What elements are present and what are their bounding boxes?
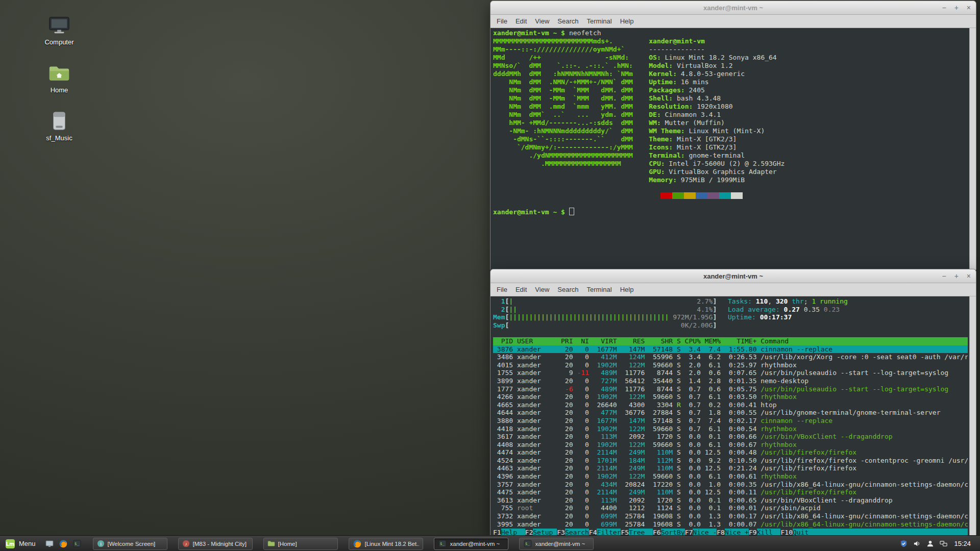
neofetch-info-line: GPU: VirtualBox Graphics Adapter [649,168,785,176]
scrollbar[interactable] [969,296,976,537]
swap-meter: Swp[0K/2.00G] [493,321,728,330]
column-header-ni[interactable]: NI [573,337,589,345]
current-prompt-line: xander@mint-vm ~ $ [493,208,968,216]
taskbar-window-button[interactable]: [Linux Mint 18.2 Bet... [349,538,423,550]
process-row[interactable]: 4396xander2001902M122M59660S0.06.10:00.6… [493,472,968,481]
column-header-res[interactable]: RES [617,337,645,345]
process-row[interactable]: 4475xander2002114M249M110MS0.012.50:00.1… [493,488,968,496]
minimize-button[interactable]: − [942,4,946,11]
process-row[interactable]: 4463xander2002114M249M110MS0.012.50:21.2… [493,464,968,472]
column-header-command[interactable]: Command [756,337,968,345]
column-header-mem[interactable]: MEM% [701,337,721,345]
process-row[interactable]: 3876xander2001677M147M57148S3.47.41:55.8… [493,345,968,354]
process-row[interactable]: 4524xander2001701M184M112MS0.09.20:10.50… [493,457,968,465]
tray-shield[interactable] [900,540,908,547]
info-value: gnome-terminal [685,152,745,159]
launcher-show-desktop[interactable] [45,539,54,548]
taskbar-window-button[interactable]: [Home] [263,538,338,550]
taskbar-window-button[interactable]: $_xander@mint-vm ~ [434,538,508,550]
process-row[interactable]: 3899xander200727M5641235440S1.42.80:01.3… [493,377,968,385]
meter-value: 972M/1.95G [673,313,713,321]
process-row[interactable]: 1777xander-60489M117768744S0.70.60:05.75… [493,385,968,393]
computer-icon [47,13,71,37]
menu-item-edit[interactable]: Edit [511,284,531,295]
cpu2-meter: 2[||4.1%] [493,306,728,314]
info-value: 4.8.0-53-generic [677,70,745,78]
column-header-cpu[interactable]: CPU% [681,337,701,345]
column-header-pid[interactable]: PID [493,337,513,345]
process-row[interactable]: 4474xander2002114M249M110MS0.012.50:00.4… [493,448,968,457]
taskbar-window-button[interactable]: $_xander@mint-vm ~ [519,538,594,550]
process-row[interactable]: 4418xander2001902M122M59660S0.76.10:00.5… [493,425,968,433]
maximize-button[interactable]: + [954,272,959,280]
neofetch-info-line: CPU: Intel i7-5600U (2) @ 2.593GHz [649,160,785,168]
meter-label: 1 [493,297,505,306]
close-button[interactable]: × [967,272,971,280]
process-row[interactable]: 4665xander2002664043003304R0.70.20:00.41… [493,401,968,409]
music-icon: ♪ [182,540,190,547]
menu-item-file[interactable]: File [493,16,511,27]
meter-bar: |2.7% [509,297,713,306]
menu-item-file[interactable]: File [493,284,511,295]
menubar: FileEditViewSearchTerminalHelp [491,283,976,296]
process-row[interactable]: 3995xander200699M2578419608S0.01.30:00.0… [493,520,968,529]
info-label: Uptime: [649,78,677,86]
tray-network[interactable] [940,540,947,547]
launcher-firefox[interactable] [59,539,68,548]
shield-icon [900,540,908,547]
desktop-icon-sf-music[interactable]: sf_Music [34,109,85,142]
process-row[interactable]: 3486xander200412M124M55996S3.46.20:26.53… [493,353,968,361]
column-header-user[interactable]: USER [513,337,557,345]
menu-item-terminal[interactable]: Terminal [583,16,616,27]
minimize-button[interactable]: − [942,272,946,280]
taskbar-window-button[interactable]: i[Welcome Screen] [93,538,167,550]
column-header-pri[interactable]: PRI [557,337,573,345]
menu-item-help[interactable]: Help [616,284,638,295]
menu-item-terminal[interactable]: Terminal [583,284,616,295]
clock[interactable]: 15:24 [954,540,971,547]
process-row[interactable]: 3757xander200434M2082417220S0.01.00:00.3… [493,481,968,489]
info-value: Intel i7-5600U (2) @ 2.593GHz [665,160,785,167]
process-row[interactable]: 1755xander9-11489M117768744S2.00.60:07.6… [493,369,968,377]
menu-item-help[interactable]: Help [616,16,638,27]
window-button-label: [Home] [278,541,297,547]
process-row[interactable]: 755root200440012121124S0.00.10:00.01/usr… [493,504,968,512]
terminal-content-htop[interactable]: 1[|2.7%]2[||4.1%]Mem[|||||||||||||||||||… [491,296,976,537]
process-row[interactable]: 3880xander2001677M147M57148S0.77.40:02.1… [493,417,968,425]
launcher-terminal[interactable]: $_ [72,539,82,548]
process-row[interactable]: 3613xander200113M20921720S0.00.10:00.65/… [493,496,968,505]
menu-button[interactable]: Lm Menu [3,536,41,551]
blank-line [493,199,968,208]
process-row[interactable]: 4644xander200477M3677627884S0.71.80:00.5… [493,409,968,417]
close-button[interactable]: × [967,4,971,11]
tray-user[interactable] [926,540,934,547]
menu-item-view[interactable]: View [531,284,553,295]
menu-item-view[interactable]: View [531,16,553,27]
neofetch-info-line: DE: Cinnamon 3.4.1 [649,111,785,119]
process-row[interactable]: 4408xander2001902M122M59660S0.06.10:00.6… [493,441,968,449]
menu-item-search[interactable]: Search [553,284,582,295]
menu-item-edit[interactable]: Edit [511,16,531,27]
process-row[interactable]: 4015xander2001902M122M59660S2.06.10:25.9… [493,361,968,369]
process-row[interactable]: 3732xander200699M2578419608S0.01.30:00.1… [493,512,968,520]
desktop-icon-computer[interactable]: Computer [34,13,85,46]
terminal-icon: $_ [523,539,532,548]
neofetch-info-line: OS: Linux Mint 18.2 Sonya x86_64 [649,54,785,62]
desktop-icon-home[interactable]: Home [34,61,85,94]
tray-volume[interactable] [913,540,921,547]
process-row[interactable]: 4266xander2001902M122M59660S0.76.10:03.5… [493,393,968,401]
titlebar[interactable]: xander@mint-vm ~ − + × [491,269,976,283]
column-header-s[interactable]: S [673,337,681,345]
scrollbar[interactable] [969,28,976,270]
terminal-content-neofetch[interactable]: xander@mint-vm ~ $neofetch MMMMMMMMMMMMM… [491,28,976,270]
maximize-button[interactable]: + [954,4,959,11]
taskbar-window-button[interactable]: ♪[M83 - Midnight City] [178,538,253,550]
column-header-shr[interactable]: SHR [645,337,673,345]
titlebar[interactable]: xander@mint-vm ~ − + × [491,1,976,15]
neofetch-info-line: Resolution: 980x551 [649,103,785,111]
volume-icon [913,540,921,547]
menu-item-search[interactable]: Search [553,16,582,27]
column-header-time[interactable]: TIME+ [721,337,756,345]
process-row[interactable]: 3617xander200113M20921720S0.00.10:00.66/… [493,433,968,441]
column-header-virt[interactable]: VIRT [589,337,617,345]
